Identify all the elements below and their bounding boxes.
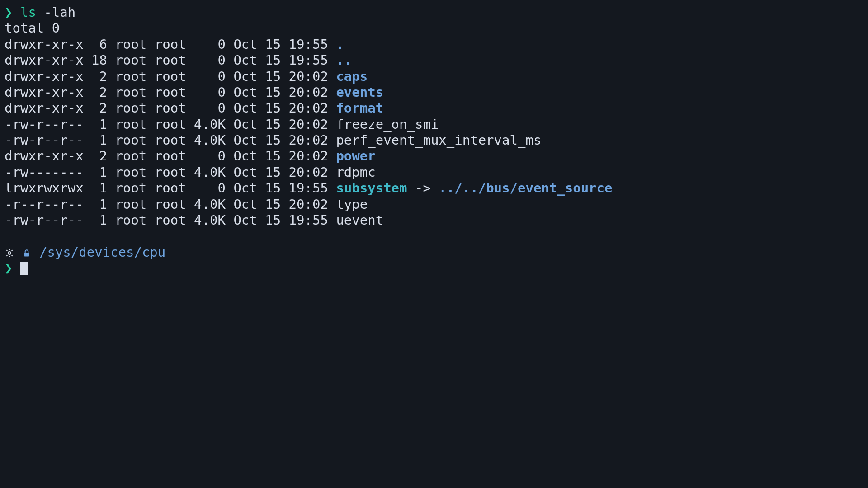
entry-owner: root — [115, 117, 146, 132]
entry-group: root — [155, 132, 186, 148]
entry-links: 18 — [91, 52, 107, 68]
entry-name: perf_event_mux_interval_ms — [336, 132, 541, 148]
listing-row: -rw-r--r-- 1 root root 4.0K Oct 15 20:02… — [5, 132, 541, 148]
entry-owner: root — [115, 52, 146, 68]
svg-rect-1 — [24, 253, 30, 256]
entry-date: Oct 15 20:02 — [233, 117, 328, 132]
entry-group: root — [155, 180, 186, 196]
entry-group: root — [155, 52, 186, 68]
entry-name: uevent — [336, 212, 383, 228]
entry-perms: drwxr-xr-x — [5, 37, 84, 52]
entry-perms: drwxr-xr-x — [5, 69, 84, 84]
entry-date: Oct 15 20:02 — [233, 164, 328, 180]
entry-date: Oct 15 20:02 — [233, 69, 328, 84]
entry-name: subsystem — [336, 180, 407, 196]
entry-name: .. — [336, 52, 352, 68]
entry-size: 4.0K — [194, 117, 226, 132]
entry-perms: -r--r--r-- — [5, 197, 84, 212]
entry-owner: root — [115, 148, 146, 164]
entry-owner: root — [115, 84, 146, 100]
entry-links: 2 — [91, 84, 107, 100]
entry-group: root — [155, 212, 186, 228]
entry-perms: drwxr-xr-x — [5, 100, 84, 116]
entry-date: Oct 15 19:55 — [233, 52, 328, 68]
listing-row: lrwxrwxrwx 1 root root 0 Oct 15 19:55 su… — [5, 180, 612, 196]
cursor-block — [20, 262, 28, 275]
entry-name: caps — [336, 69, 368, 84]
entry-links: 2 — [91, 100, 107, 116]
entry-group: root — [155, 37, 186, 52]
entry-date: Oct 15 19:55 — [233, 212, 328, 228]
symlink-arrow: -> — [407, 180, 439, 196]
entry-perms: -rw------- — [5, 164, 84, 180]
symlink-target: ../../bus/event_source — [439, 180, 612, 196]
entry-owner: root — [115, 164, 146, 180]
entry-size: 0 — [194, 180, 226, 196]
terminal-viewport[interactable]: ❯ ls -lah total 0 drwxr-xr-x 6 root root… — [0, 0, 868, 281]
entry-owner: root — [115, 212, 146, 228]
listing-row: -rw------- 1 root root 4.0K Oct 15 20:02… — [5, 164, 376, 180]
listing-row: drwxr-xr-x 6 root root 0 Oct 15 19:55 . — [5, 37, 344, 52]
entry-perms: lrwxrwxrwx — [5, 180, 84, 196]
entry-links: 6 — [91, 37, 107, 52]
entry-links: 1 — [91, 197, 107, 212]
prompt-line: ❯ ls -lah — [5, 5, 75, 20]
listing-row: drwxr-xr-x 2 root root 0 Oct 15 20:02 fo… — [5, 100, 383, 116]
listing-row: drwxr-xr-x 2 root root 0 Oct 15 20:02 ev… — [5, 84, 383, 100]
cwd-path: /sys/devices/cpu — [39, 244, 165, 260]
entry-group: root — [155, 69, 186, 84]
svg-point-0 — [8, 252, 11, 254]
entry-perms: -rw-r--r-- — [5, 117, 84, 132]
entry-perms: -rw-r--r-- — [5, 132, 84, 148]
entry-owner: root — [115, 180, 146, 196]
total-line: total 0 — [5, 20, 60, 36]
entry-size: 0 — [194, 69, 226, 84]
entry-size: 0 — [194, 84, 226, 100]
lock-icon — [22, 244, 31, 260]
entry-size: 4.0K — [194, 212, 226, 228]
entry-name: format — [336, 100, 383, 116]
entry-owner: root — [115, 69, 146, 84]
entry-links: 1 — [91, 212, 107, 228]
listing-row: drwxr-xr-x 2 root root 0 Oct 15 20:02 ca… — [5, 69, 368, 84]
entry-name: events — [336, 84, 383, 100]
entry-size: 4.0K — [194, 197, 226, 212]
gear-icon — [5, 244, 14, 260]
entry-links: 1 — [91, 132, 107, 148]
entry-owner: root — [115, 132, 146, 148]
entry-name: . — [336, 37, 344, 52]
entry-links: 1 — [91, 180, 107, 196]
entry-perms: drwxr-xr-x — [5, 52, 84, 68]
entry-group: root — [155, 117, 186, 132]
entry-size: 0 — [194, 148, 226, 164]
entry-date: Oct 15 20:02 — [233, 132, 328, 148]
entry-date: Oct 15 20:02 — [233, 148, 328, 164]
entry-group: root — [155, 164, 186, 180]
entry-links: 2 — [91, 148, 107, 164]
entry-perms: drwxr-xr-x — [5, 148, 84, 164]
entry-date: Oct 15 19:55 — [233, 37, 328, 52]
listing-row: -rw-r--r-- 1 root root 4.0K Oct 15 20:02… — [5, 117, 439, 132]
entry-group: root — [155, 148, 186, 164]
entry-name: type — [336, 197, 368, 212]
prompt-symbol: ❯ — [5, 260, 12, 276]
entry-size: 0 — [194, 100, 226, 116]
listing-row: -r--r--r-- 1 root root 4.0K Oct 15 20:02… — [5, 197, 368, 212]
entry-size: 0 — [194, 37, 226, 52]
entry-links: 1 — [91, 117, 107, 132]
prompt-symbol: ❯ — [5, 5, 12, 20]
entry-date: Oct 15 20:02 — [233, 100, 328, 116]
entry-name: power — [336, 148, 375, 164]
entry-owner: root — [115, 37, 146, 52]
entry-group: root — [155, 197, 186, 212]
status-line: /sys/devices/cpu — [5, 244, 165, 260]
entry-date: Oct 15 20:02 — [233, 197, 328, 212]
listing-row: drwxr-xr-x 18 root root 0 Oct 15 19:55 .… — [5, 52, 352, 68]
entry-links: 1 — [91, 164, 107, 180]
entry-name: rdpmc — [336, 164, 375, 180]
entry-date: Oct 15 20:02 — [233, 84, 328, 100]
entry-size: 4.0K — [194, 132, 226, 148]
command-name: ls — [20, 5, 36, 20]
listing-row: drwxr-xr-x 2 root root 0 Oct 15 20:02 po… — [5, 148, 376, 164]
command-args: -lah — [44, 5, 75, 20]
